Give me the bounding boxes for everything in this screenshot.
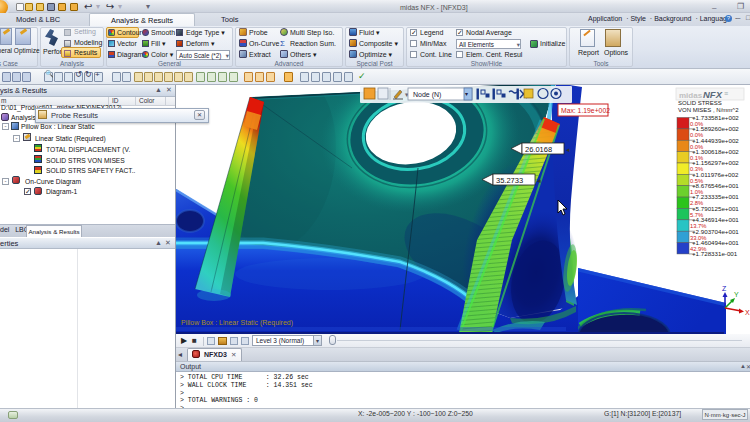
- svg-text:13.7%: 13.7%: [690, 223, 706, 229]
- svg-text:0.0%: 0.0%: [690, 132, 703, 138]
- svg-text:◂: ◂: [537, 177, 541, 184]
- svg-text:VON MISES , N/mm^2: VON MISES , N/mm^2: [678, 107, 739, 113]
- svg-text:2.8%: 2.8%: [690, 200, 703, 206]
- svg-text:X: X: [745, 309, 750, 316]
- svg-text:Max: 1.19e+002: Max: 1.19e+002: [561, 107, 610, 114]
- svg-text:Z: Z: [722, 285, 727, 292]
- svg-text:Y: Y: [734, 291, 739, 298]
- svg-text:0.5%: 0.5%: [690, 178, 703, 184]
- svg-text:0.1%: 0.1%: [690, 155, 703, 161]
- svg-text:42.9%: 42.9%: [690, 246, 706, 252]
- svg-text:0.3%: 0.3%: [690, 166, 703, 172]
- svg-text:midas: midas: [679, 91, 703, 100]
- svg-text:≡: ≡: [724, 90, 728, 97]
- svg-text:33.0%: 33.0%: [690, 235, 706, 241]
- svg-text:◂: ◂: [566, 146, 570, 153]
- svg-text:SOLID STRESS: SOLID STRESS: [678, 100, 722, 106]
- svg-text:0.0%: 0.0%: [690, 144, 703, 150]
- svg-text:5.7%: 5.7%: [690, 212, 703, 218]
- svg-text:26.0168: 26.0168: [525, 145, 552, 154]
- svg-text:35.2733: 35.2733: [496, 176, 523, 185]
- svg-text:0.0%: 0.0%: [690, 121, 703, 127]
- svg-text:1.0%: 1.0%: [690, 189, 703, 195]
- svg-text:NFX: NFX: [703, 89, 723, 100]
- svg-text:Node (N): Node (N): [413, 91, 441, 99]
- svg-text:Pillow Box : Linear Static (Re: Pillow Box : Linear Static (Required): [181, 319, 293, 327]
- svg-text:▾: ▾: [465, 91, 468, 97]
